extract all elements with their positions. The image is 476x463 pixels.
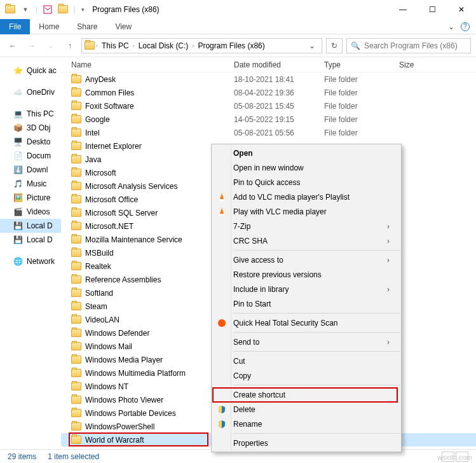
breadcrumb-folder[interactable]: Program Files (x86) <box>195 41 267 50</box>
menu-create-shortcut[interactable]: Create shortcut <box>212 387 401 402</box>
tab-home[interactable]: Home <box>30 20 68 34</box>
folder-row[interactable]: Google14-05-2022 19:15File folder <box>61 113 476 126</box>
sidebar-videos[interactable]: 🎬Videos <box>0 205 61 219</box>
menu-crc-sha[interactable]: CRC SHA› <box>212 233 401 248</box>
sidebar-onedrive[interactable]: ☁️OneDriv <box>0 85 61 99</box>
close-button[interactable]: ✕ <box>447 0 476 19</box>
up-button[interactable]: ↑ <box>62 38 78 53</box>
chevron-right-icon[interactable]: › <box>133 43 135 49</box>
refresh-button[interactable]: ↻ <box>326 38 343 53</box>
file-menu[interactable]: File <box>0 19 30 34</box>
tab-share[interactable]: Share <box>68 20 106 34</box>
menu-vlc-play[interactable]: Play with VLC media player <box>212 204 401 219</box>
column-date[interactable]: Date modified <box>234 60 324 69</box>
sidebar-local-disk[interactable]: 💾Local D <box>0 219 61 233</box>
folder-icon <box>71 209 81 217</box>
sidebar-music[interactable]: 🎵Music <box>0 177 61 191</box>
forward-button[interactable]: → <box>24 38 39 53</box>
chevron-right-icon[interactable]: › <box>96 43 98 49</box>
folder-type: File folder <box>324 75 399 84</box>
title-bar: ▼ | | ▾ Program Files (x86) — ☐ ✕ <box>0 0 476 19</box>
help-icon[interactable]: ? <box>461 22 470 31</box>
folder-row[interactable]: Common Files08-04-2022 19:36File folder <box>61 86 476 99</box>
sidebar-3d-objects[interactable]: 📦3D Obj <box>0 121 61 135</box>
breadcrumb-drive[interactable]: Local Disk (C:) <box>136 41 191 50</box>
ribbon-expand-icon[interactable]: ⌄ <box>448 22 454 31</box>
music-icon: 🎵 <box>13 179 23 189</box>
folder-name: Microsoft <box>85 169 116 177</box>
folder-icon <box>71 142 81 150</box>
menu-open-new-window[interactable]: Open in new window <box>212 160 401 175</box>
download-icon: ⬇️ <box>13 165 23 175</box>
sidebar-desktop[interactable]: 🖥️Deskto <box>0 135 61 149</box>
menu-cut[interactable]: Cut <box>212 354 401 368</box>
properties-icon[interactable] <box>43 4 53 15</box>
ribbon: File Home Share View ⌄ ? <box>0 19 476 34</box>
qat-overflow-icon[interactable]: ▾ <box>81 6 85 13</box>
folder-icon <box>71 169 81 177</box>
chevron-right-icon[interactable]: › <box>192 43 194 49</box>
menu-label: Cut <box>233 357 245 366</box>
menu-pin-quick-access[interactable]: Pin to Quick access <box>212 175 401 190</box>
column-name[interactable]: Name <box>71 60 234 69</box>
watermark: wsxdn.com <box>437 453 472 461</box>
folder-row[interactable]: AnyDesk18-10-2021 18:41File folder <box>61 73 476 86</box>
sidebar-label: Docum <box>27 151 51 160</box>
menu-send-to[interactable]: Send to› <box>212 335 401 349</box>
back-button[interactable]: ← <box>5 38 20 53</box>
maximize-button[interactable]: ☐ <box>418 0 447 19</box>
folder-row[interactable]: Foxit Software05-08-2021 15:45File folde… <box>61 99 476 113</box>
menu-7zip[interactable]: 7-Zip› <box>212 219 401 233</box>
menu-delete[interactable]: Delete <box>212 402 401 417</box>
sidebar-quick-access[interactable]: ⭐Quick ac <box>0 64 61 78</box>
folder-name: Foxit Software <box>85 102 134 111</box>
menu-properties[interactable]: Properties <box>212 436 401 450</box>
folder-icon <box>71 409 81 417</box>
menu-give-access[interactable]: Give access to› <box>212 252 401 267</box>
folder-name: Windows Mail <box>85 342 132 351</box>
menu-separator <box>233 385 400 385</box>
address-bar[interactable]: › This PC › Local Disk (C:) › Program Fi… <box>81 38 322 53</box>
menu-open[interactable]: Open <box>212 146 401 160</box>
folder-name: Java <box>85 155 101 164</box>
menu-separator <box>233 250 400 251</box>
sidebar-pictures[interactable]: 🖼️Picture <box>0 191 61 205</box>
menu-quickheal-scan[interactable]: Quick Heal Total Security Scan <box>212 315 401 330</box>
search-icon: 🔍 <box>351 41 360 50</box>
qat-down-icon[interactable]: ▼ <box>20 4 31 15</box>
tab-view[interactable]: View <box>106 20 140 34</box>
sidebar-label: 3D Obj <box>27 123 50 132</box>
folder-row[interactable]: Intel05-08-2021 05:56File folder <box>61 126 476 139</box>
menu-include-library[interactable]: Include in library› <box>212 282 401 296</box>
sidebar-local-disk-2[interactable]: 💾Local D <box>0 233 61 247</box>
qat-folder-icon[interactable] <box>58 4 68 15</box>
menu-vlc-add[interactable]: Add to VLC media player's Playlist <box>212 190 401 204</box>
menu-rename[interactable]: Rename <box>212 417 401 431</box>
folder-name: Realtek <box>85 262 111 271</box>
folder-icon <box>71 155 81 163</box>
sidebar-label: Picture <box>27 193 50 202</box>
breadcrumb-thispc[interactable]: This PC <box>99 41 132 50</box>
sidebar-this-pc[interactable]: 💻This PC <box>0 107 61 121</box>
menu-label: Open in new window <box>233 163 304 172</box>
menu-pin-start[interactable]: Pin to Start <box>212 296 401 311</box>
column-type[interactable]: Type <box>324 60 399 69</box>
folder-name: Mozilla Maintenance Service <box>85 235 182 244</box>
menu-copy[interactable]: Copy <box>212 368 401 383</box>
folder-icon <box>71 422 81 431</box>
history-dropdown[interactable]: ⌄ <box>43 38 58 53</box>
folder-name: AnyDesk <box>85 75 116 84</box>
search-box[interactable]: 🔍 <box>346 38 471 53</box>
menu-restore-versions[interactable]: Restore previous versions <box>212 267 401 282</box>
disk-icon: 💾 <box>13 221 23 231</box>
sidebar-network[interactable]: 🌐Network <box>0 254 61 268</box>
column-size[interactable]: Size <box>399 60 450 69</box>
search-input[interactable] <box>364 41 466 50</box>
folder-name: Microsoft SQL Server <box>85 209 158 218</box>
sidebar-documents[interactable]: 📄Docum <box>0 149 61 163</box>
address-dropdown-icon[interactable]: ⌄ <box>305 41 319 50</box>
minimize-button[interactable]: — <box>388 0 418 19</box>
sidebar-downloads[interactable]: ⬇️Downl <box>0 163 61 177</box>
folder-icon <box>71 195 81 204</box>
menu-label: Open <box>233 149 253 158</box>
